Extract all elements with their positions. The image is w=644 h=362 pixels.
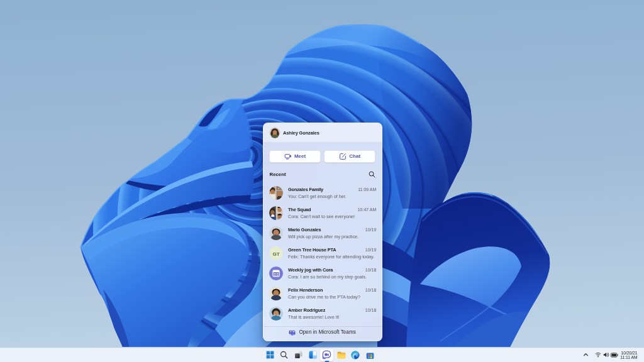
svg-text:GT: GT xyxy=(272,251,279,257)
